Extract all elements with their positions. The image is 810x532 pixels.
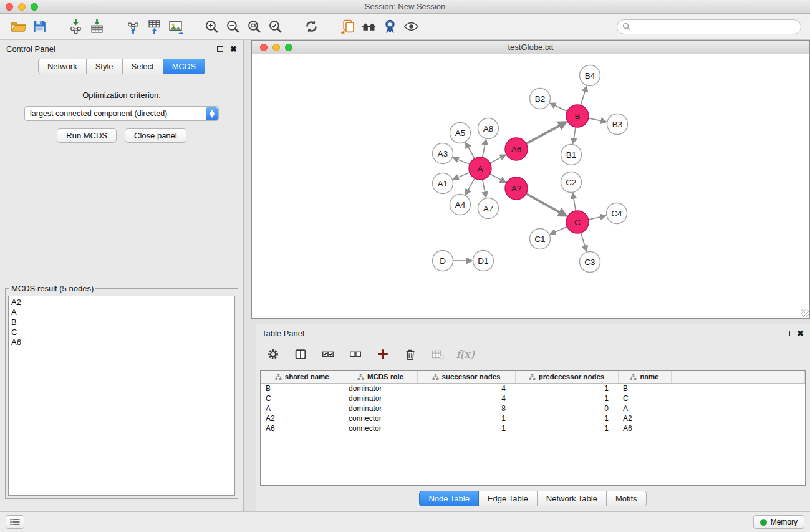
table-cell[interactable]: connector xyxy=(344,414,417,423)
task-history-button[interactable] xyxy=(6,515,24,529)
network-minimize-button[interactable] xyxy=(272,44,280,51)
table-cell[interactable]: 1 xyxy=(417,423,515,433)
table-cell[interactable]: dominator xyxy=(344,383,417,394)
table-cell[interactable]: 1 xyxy=(515,423,618,433)
save-session-button[interactable] xyxy=(29,17,50,37)
run-mcds-button[interactable]: Run MCDS xyxy=(57,128,117,143)
table-cell[interactable]: A6 xyxy=(618,423,671,433)
memory-button[interactable]: Memory xyxy=(753,515,804,529)
import-table-button[interactable] xyxy=(86,17,107,37)
edge-C-C2[interactable] xyxy=(574,198,576,211)
node-C[interactable]: C xyxy=(566,211,589,233)
node-A4[interactable]: A4 xyxy=(450,195,471,215)
edge-A-A3[interactable] xyxy=(458,159,470,164)
search-input[interactable] xyxy=(634,22,796,31)
table-row[interactable]: Bdominator41B xyxy=(261,383,805,394)
function-builder-button[interactable]: f(x) xyxy=(456,346,474,363)
node-D1[interactable]: D1 xyxy=(473,251,494,271)
zoom-fit-button[interactable] xyxy=(243,17,264,37)
table-cell[interactable]: A2 xyxy=(618,414,671,423)
edge-A-A7[interactable] xyxy=(483,180,485,193)
table-cell[interactable]: A xyxy=(261,404,344,414)
edge-A6-B[interactable] xyxy=(526,125,561,144)
table-row[interactable]: A2connector11A2 xyxy=(261,414,805,423)
edge-A-A6[interactable] xyxy=(490,157,501,163)
export-image-button[interactable] xyxy=(165,17,186,37)
zoom-window-button[interactable] xyxy=(31,3,38,11)
node-B1[interactable]: B1 xyxy=(561,145,582,165)
resize-handle[interactable] xyxy=(801,309,809,317)
delete-columns-button[interactable] xyxy=(402,346,419,363)
table-cell[interactable]: A xyxy=(618,404,671,414)
close-panel-button[interactable]: Close panel xyxy=(125,128,186,143)
table-cell[interactable]: 4 xyxy=(417,383,515,394)
result-list-item[interactable]: A xyxy=(11,307,232,317)
result-list-item[interactable]: B xyxy=(11,317,232,327)
table-row[interactable]: Adominator80A xyxy=(261,404,805,414)
refresh-view-button[interactable] xyxy=(301,17,322,37)
zoom-selected-button[interactable] xyxy=(264,17,286,37)
home-button[interactable] xyxy=(358,17,379,37)
new-column-button[interactable] xyxy=(374,346,392,363)
float-panel-icon[interactable] xyxy=(217,46,223,52)
node-A[interactable]: A xyxy=(469,157,491,180)
table-cell[interactable]: 0 xyxy=(515,404,618,414)
tab-motifs[interactable]: Motifs xyxy=(607,491,647,506)
node-B4[interactable]: B4 xyxy=(580,65,600,86)
table-cell[interactable]: B xyxy=(261,383,344,394)
table-cell[interactable]: 8 xyxy=(417,404,515,414)
edge-A-A8[interactable] xyxy=(483,144,485,157)
export-table-button[interactable] xyxy=(143,17,165,37)
close-window-button[interactable] xyxy=(6,3,13,11)
result-list-item[interactable]: C xyxy=(11,327,232,337)
current-network-docs-button[interactable] xyxy=(337,17,358,37)
edge-B-B4[interactable] xyxy=(581,90,585,105)
open-session-button[interactable] xyxy=(7,17,29,37)
node-A1[interactable]: A1 xyxy=(433,173,453,194)
result-list-item[interactable]: A2 xyxy=(11,297,232,307)
optimization-criterion-select[interactable]: largest connected component (directed) xyxy=(24,106,219,121)
show-hide-panel-button[interactable] xyxy=(400,17,422,37)
tab-network[interactable]: Network xyxy=(38,59,87,74)
node-A3[interactable]: A3 xyxy=(433,143,453,164)
float-table-panel-icon[interactable] xyxy=(784,331,790,336)
edge-A-A4[interactable] xyxy=(468,178,475,191)
minimize-window-button[interactable] xyxy=(18,3,26,11)
table-cell[interactable]: C xyxy=(618,394,671,404)
zoom-out-button[interactable] xyxy=(222,17,243,37)
node-C2[interactable]: C2 xyxy=(561,172,582,193)
edge-B-B1[interactable] xyxy=(574,127,576,139)
edge-C-C1[interactable] xyxy=(554,226,567,232)
table-row[interactable]: A6connector11A6 xyxy=(261,423,805,433)
node-B2[interactable]: B2 xyxy=(530,89,551,109)
table-cell[interactable]: 4 xyxy=(417,394,515,404)
table-options-button[interactable] xyxy=(264,346,282,363)
result-list-item[interactable]: A6 xyxy=(11,337,232,347)
table-cell[interactable]: 1 xyxy=(515,414,618,423)
table-cell[interactable]: 1 xyxy=(515,394,618,404)
edge-A2-C[interactable] xyxy=(526,194,561,213)
table-cell[interactable]: dominator xyxy=(344,404,417,414)
edge-A-A5[interactable] xyxy=(468,147,475,158)
close-panel-icon[interactable]: ✖ xyxy=(230,45,237,53)
node-D[interactable]: D xyxy=(433,251,453,271)
network-close-button[interactable] xyxy=(260,44,268,51)
column-header-predecessor-nodes[interactable]: predecessor nodes xyxy=(515,371,618,383)
unselect-all-rows-button[interactable] xyxy=(347,346,364,363)
search-box[interactable] xyxy=(617,19,801,34)
close-table-panel-icon[interactable]: ✖ xyxy=(797,329,804,337)
tab-select[interactable]: Select xyxy=(123,59,163,74)
node-A6[interactable]: A6 xyxy=(505,138,528,160)
import-network-button[interactable] xyxy=(65,17,86,37)
node-C1[interactable]: C1 xyxy=(530,229,551,249)
tab-mcds[interactable]: MCDS xyxy=(163,59,205,74)
edge-B-B3[interactable] xyxy=(589,118,602,121)
network-graph-canvas[interactable]: B4B2BB3B1A5A8A6A3AA1A2A4A7C2C4CC1C3DD1 xyxy=(252,54,809,318)
edge-B-B2[interactable] xyxy=(554,105,567,112)
table-cell[interactable]: B xyxy=(618,383,671,394)
table-cell[interactable]: A6 xyxy=(261,423,344,433)
node-A5[interactable]: A5 xyxy=(450,123,471,143)
tab-edge-table[interactable]: Edge Table xyxy=(479,491,538,506)
edge-C-C4[interactable] xyxy=(589,217,602,220)
column-header-shared-name[interactable]: shared name xyxy=(261,371,344,383)
